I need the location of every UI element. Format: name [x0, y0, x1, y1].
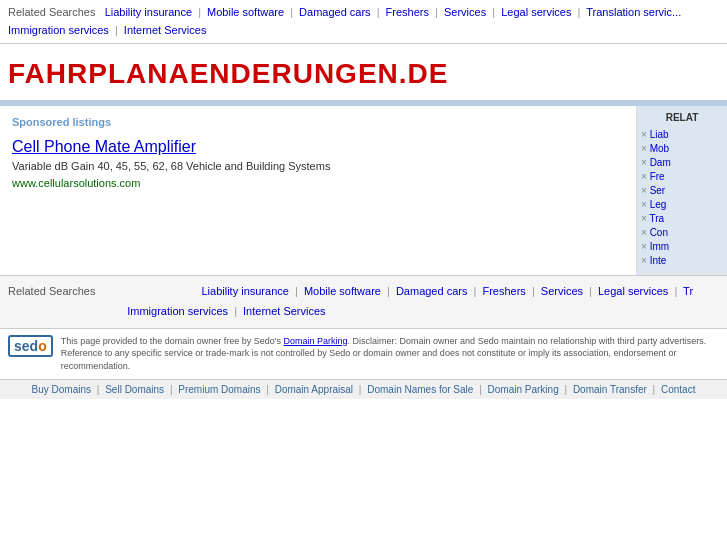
bottom-link-4[interactable]: Freshers — [482, 285, 525, 297]
sep: | — [377, 6, 380, 18]
bottom-nav: Buy Domains | Sell Domains | Premium Dom… — [0, 379, 727, 399]
domain-title-area: FAHRPLANAENDERUNGEN.DE — [0, 44, 727, 100]
listing-item: Cell Phone Mate Amplifier Variable dB Ga… — [12, 138, 624, 190]
sidebar-item-9[interactable]: Inte — [641, 255, 723, 266]
sidebar-item-4[interactable]: Ser — [641, 185, 723, 196]
bottom-link-1[interactable]: Liability insurance — [201, 285, 288, 297]
top-link-6[interactable]: Legal services — [501, 6, 571, 18]
listing-title-link[interactable]: Cell Phone Mate Amplifier — [12, 138, 624, 156]
bottom-link-3[interactable]: Damaged cars — [396, 285, 468, 297]
bottom-nav-transfer[interactable]: Domain Transfer — [573, 384, 647, 395]
bottom-link-8[interactable]: Immigration services — [127, 305, 228, 317]
sep: | — [290, 6, 293, 18]
footer-text-content: This page provided to the domain owner f… — [61, 336, 284, 346]
sidebar-title: RELAT — [641, 112, 723, 123]
top-link-9[interactable]: Internet Services — [124, 24, 207, 36]
bottom-nav-appraisal[interactable]: Domain Appraisal — [275, 384, 353, 395]
sidebar-item-7[interactable]: Con — [641, 227, 723, 238]
sedo-logo: sedo — [8, 335, 53, 357]
main-content: Sponsored listings Cell Phone Mate Ampli… — [0, 106, 727, 275]
sponsored-area: Sponsored listings Cell Phone Mate Ampli… — [0, 106, 637, 275]
bottom-nav-sell[interactable]: Sell Domains — [105, 384, 164, 395]
bottom-related-label: Related Searches — [8, 282, 95, 302]
sidebar-item-3[interactable]: Fre — [641, 171, 723, 182]
top-related-bar: Related Searches Liability insurance | M… — [0, 0, 727, 44]
top-link-2[interactable]: Mobile software — [207, 6, 284, 18]
bottom-link-6[interactable]: Legal services — [598, 285, 668, 297]
bottom-nav-buy[interactable]: Buy Domains — [32, 384, 91, 395]
bottom-nav-premium[interactable]: Premium Domains — [178, 384, 260, 395]
domain-parking-link[interactable]: Domain Parking — [284, 336, 348, 346]
top-related-label: Related Searches — [8, 6, 95, 18]
top-link-1[interactable]: Liability insurance — [105, 6, 192, 18]
top-link-4[interactable]: Freshers — [386, 6, 429, 18]
bottom-link-2[interactable]: Mobile software — [304, 285, 381, 297]
sidebar-item-6[interactable]: Tra — [641, 213, 723, 224]
sponsored-label: Sponsored listings — [12, 116, 624, 128]
bottom-related-bar: Related Searches Liability insurance | M… — [0, 275, 727, 328]
bottom-link-7[interactable]: Tr — [683, 285, 693, 297]
bottom-link-9[interactable]: Internet Services — [243, 305, 326, 317]
sep: | — [115, 24, 118, 36]
bottom-related-links: Liability insurance | Mobile software | … — [8, 285, 693, 317]
sep: | — [578, 6, 581, 18]
sidebar-item-1[interactable]: Mob — [641, 143, 723, 154]
top-link-7[interactable]: Translation servic... — [586, 6, 681, 18]
sep: | — [198, 6, 201, 18]
footer-text: This page provided to the domain owner f… — [61, 335, 719, 373]
sep: | — [492, 6, 495, 18]
bottom-nav-contact[interactable]: Contact — [661, 384, 695, 395]
sidebar-item-0[interactable]: Liab — [641, 129, 723, 140]
sedo-logo-accent: o — [38, 338, 47, 354]
top-link-5[interactable]: Services — [444, 6, 486, 18]
right-sidebar: RELAT Liab Mob Dam Fre Ser Leg Tra Con I… — [637, 106, 727, 275]
sidebar-item-2[interactable]: Dam — [641, 157, 723, 168]
top-link-3[interactable]: Damaged cars — [299, 6, 371, 18]
footer: sedo This page provided to the domain ow… — [0, 328, 727, 379]
listing-url-link[interactable]: www.cellularsolutions.com — [12, 177, 140, 189]
sidebar-item-8[interactable]: Imm — [641, 241, 723, 252]
bottom-nav-names[interactable]: Domain Names for Sale — [367, 384, 473, 395]
sep: | — [435, 6, 438, 18]
sidebar-item-5[interactable]: Leg — [641, 199, 723, 210]
listing-description: Variable dB Gain 40, 45, 55, 62, 68 Vehi… — [12, 160, 624, 172]
bottom-link-5[interactable]: Services — [541, 285, 583, 297]
bottom-nav-parking[interactable]: Domain Parking — [488, 384, 559, 395]
domain-title: FAHRPLANAENDERUNGEN.DE — [8, 58, 719, 90]
top-link-8[interactable]: Immigration services — [8, 24, 109, 36]
